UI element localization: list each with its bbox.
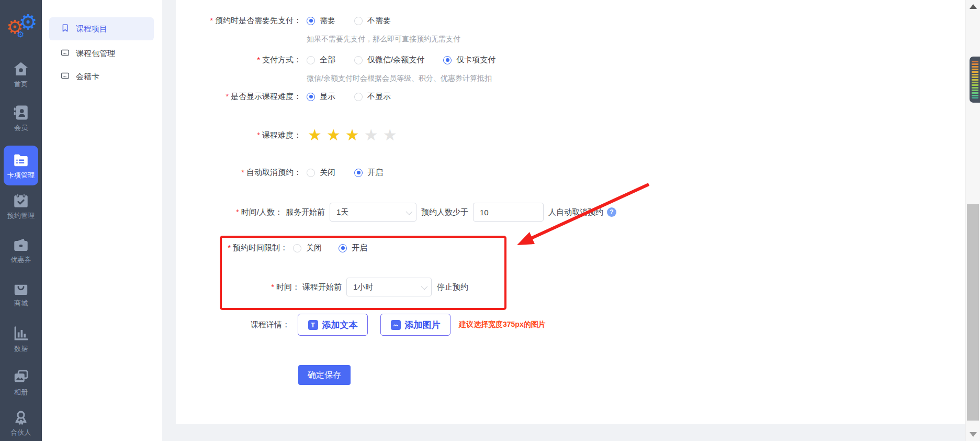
menu-item-label: 课程项目 [76, 24, 107, 34]
secondary-menu: 课程项目 课程包管理 会籍卡 [42, 0, 162, 441]
radio-option-hide[interactable]: 不显示 [354, 92, 391, 102]
field-label: *自动取消预约： [176, 168, 301, 178]
radio-option-card-only[interactable]: 仅卡项支付 [443, 55, 495, 65]
sidebar-item-home[interactable]: 首页 [0, 60, 42, 89]
radio-icon[interactable] [354, 17, 363, 25]
radio-option-all[interactable]: 全部 [307, 55, 335, 65]
sidebar-item-data[interactable]: 数据 [0, 325, 42, 354]
radio-icon[interactable] [354, 169, 363, 177]
radio-icon[interactable] [307, 17, 315, 25]
radio-option-on[interactable]: 开启 [339, 243, 367, 253]
add-text-button[interactable]: T 添加文本 [298, 314, 368, 336]
field-label: *预约时是否需要先支付： [176, 16, 301, 26]
star-icon[interactable]: ★ [383, 126, 402, 144]
field-label: *是否显示课程难度： [176, 92, 301, 102]
prefix-text: 课程开始前 [302, 282, 342, 292]
form-row-show-difficulty: *是否显示课程难度： 显示 不显示 [176, 92, 955, 102]
image-size-hint: 建议选择宽度375px的图片 [459, 320, 546, 329]
radio-icon[interactable] [307, 56, 315, 64]
field-label: *预约时间限制： [176, 243, 288, 253]
min-people-input[interactable] [473, 203, 544, 222]
form-row-prepay: *预约时是否需要先支付： 需要 不需要 [176, 16, 955, 26]
gear-icon: ⚙ [17, 30, 24, 39]
days-before-select[interactable]: 1天 [330, 203, 416, 222]
radio-icon[interactable] [307, 169, 315, 177]
radio-icon[interactable] [293, 244, 301, 252]
color-stripes-icon [972, 61, 978, 98]
sidebar-item-partners[interactable]: 合伙人 [0, 409, 42, 437]
card-icon [60, 71, 70, 82]
radio-icon[interactable] [354, 93, 363, 101]
menu-item-course-project[interactable]: 课程项目 [49, 17, 154, 40]
field-label: 课程详情： [176, 320, 290, 330]
scroll-up-icon[interactable] [970, 4, 977, 9]
star-icon[interactable]: ★ [326, 126, 345, 144]
shopping-bag-icon [12, 279, 30, 297]
add-image-button[interactable]: 添加图片 [380, 314, 450, 336]
star-rating[interactable]: ★★★★★ [308, 127, 402, 143]
radio-option-need[interactable]: 需要 [307, 16, 335, 26]
form-help-prepay: 如果不需要先支付，那么即可直接预约无需支付 [176, 35, 955, 44]
sidebar-item-coupons[interactable]: 优惠券 [0, 236, 42, 264]
chevron-down-icon [421, 283, 428, 290]
card-icon [60, 48, 70, 59]
form-row-time-people: *时间/人数： 服务开始前 1天 预约人数少于 人自动取消预约 ? [176, 203, 955, 222]
select-value: 1天 [336, 207, 348, 217]
menu-item-course-package[interactable]: 课程包管理 [49, 42, 154, 65]
radio-icon[interactable] [443, 56, 452, 64]
field-label: *支付方式： [176, 55, 301, 65]
sidebar-item-card-management[interactable]: 卡项管理 [4, 146, 38, 185]
radio-option-on[interactable]: 开启 [354, 168, 383, 178]
radio-option-off[interactable]: 关闭 [307, 168, 335, 178]
star-icon[interactable]: ★ [345, 126, 364, 144]
suffix-text: 人自动取消预约 [548, 207, 603, 217]
suffix-text: 停止预约 [437, 282, 468, 292]
app-logo: ⚙ ⚙ ⚙ [0, 9, 42, 46]
folder-list-icon [12, 151, 30, 169]
prefix-text: 服务开始前 [286, 207, 325, 217]
form-row-difficulty: *课程难度： ★★★★★ [176, 127, 955, 143]
calendar-check-icon [12, 192, 30, 210]
sidebar-item-members[interactable]: 会员 [0, 104, 42, 133]
radio-icon[interactable] [339, 244, 347, 252]
star-icon[interactable]: ★ [364, 126, 383, 144]
radio-option-no-need[interactable]: 不需要 [354, 16, 391, 26]
radio-option-wechat-balance[interactable]: 仅微信/余额支付 [354, 55, 424, 65]
bar-chart-icon [12, 325, 30, 343]
scrollbar-thumb[interactable] [967, 204, 979, 421]
photo-album-icon [12, 368, 30, 386]
browser-side-widget[interactable] [970, 57, 980, 103]
coupon-wallet-icon [12, 236, 30, 253]
menu-item-membership-card[interactable]: 会籍卡 [49, 65, 154, 88]
sidebar-item-album[interactable]: 相册 [0, 368, 42, 397]
middle-text: 预约人数少于 [421, 207, 468, 217]
hours-before-select[interactable]: 1小时 [346, 278, 432, 296]
menu-item-label: 会籍卡 [76, 72, 99, 82]
form-row-course-detail: 课程详情： T 添加文本 添加图片 建议选择宽度375px的图片 [176, 314, 955, 336]
form-row-time-limit: *预约时间限制： 关闭 开启 [176, 243, 955, 253]
menu-item-label: 课程包管理 [76, 49, 115, 59]
radio-icon[interactable] [307, 93, 315, 101]
field-label: *时间： [176, 282, 300, 292]
radio-option-show[interactable]: 显示 [307, 92, 335, 102]
form-row-auto-cancel: *自动取消预约： 关闭 开启 [176, 168, 955, 178]
radio-icon[interactable] [354, 56, 363, 64]
primary-sidebar: ⚙ ⚙ ⚙ 首页 会员 卡项管理 预约管理 优惠券 [0, 0, 42, 441]
partner-ribbon-icon [12, 409, 30, 426]
radio-option-off[interactable]: 关闭 [293, 243, 322, 253]
home-icon [12, 60, 30, 78]
bookmark-icon [60, 23, 70, 35]
sidebar-item-mall[interactable]: 商城 [0, 279, 42, 308]
field-label: *时间/人数： [176, 207, 283, 217]
image-icon [391, 320, 401, 330]
star-icon[interactable]: ★ [308, 126, 326, 144]
field-label: *课程难度： [176, 130, 301, 140]
save-button[interactable]: 确定保存 [298, 365, 351, 385]
contact-book-icon [12, 104, 30, 122]
sidebar-item-booking-management[interactable]: 预约管理 [0, 192, 42, 220]
form-help-pay-method: 微信/余额支付时会根据会员等级、积分、优惠券计算抵扣 [176, 74, 955, 83]
course-form-card: *预约时是否需要先支付： 需要 不需要 如果不需要先支付，那么即可直接预约无需支… [176, 0, 965, 424]
form-row-pay-method: *支付方式： 全部 仅微信/余额支付 仅卡项支付 [176, 55, 955, 65]
scroll-down-icon[interactable] [970, 432, 977, 437]
question-help-icon[interactable]: ? [607, 207, 616, 217]
